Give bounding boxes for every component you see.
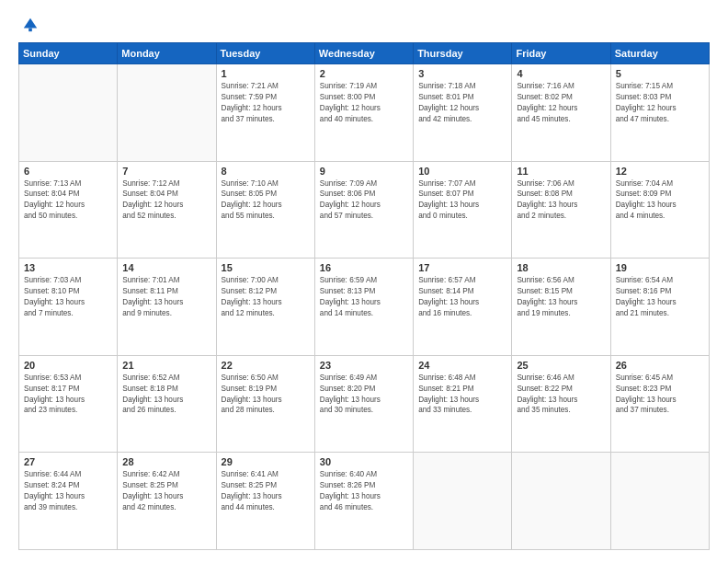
day-header-tuesday: Tuesday (216, 43, 314, 64)
day-number: 25 (517, 360, 605, 371)
calendar-cell: 26Sunrise: 6:45 AM Sunset: 8:23 PM Dayli… (610, 355, 709, 453)
page: SundayMondayTuesdayWednesdayThursdayFrid… (0, 0, 728, 563)
day-info: Sunrise: 6:50 AM Sunset: 8:19 PM Dayligh… (222, 373, 310, 417)
calendar-cell: 14Sunrise: 7:01 AM Sunset: 8:11 PM Dayli… (118, 259, 216, 356)
day-header-sunday: Sunday (19, 43, 118, 64)
calendar-cell: 5Sunrise: 7:15 AM Sunset: 8:03 PM Daylig… (610, 64, 709, 162)
calendar-cell: 28Sunrise: 6:42 AM Sunset: 8:25 PM Dayli… (118, 453, 216, 550)
day-info: Sunrise: 6:49 AM Sunset: 8:20 PM Dayligh… (320, 373, 408, 417)
day-info: Sunrise: 7:00 AM Sunset: 8:12 PM Dayligh… (222, 275, 310, 319)
calendar-cell: 30Sunrise: 6:40 AM Sunset: 8:26 PM Dayli… (314, 453, 413, 550)
calendar-cell (118, 64, 216, 162)
day-number: 15 (222, 262, 310, 273)
day-header-saturday: Saturday (610, 43, 709, 64)
day-number: 12 (616, 166, 704, 177)
svg-rect-1 (28, 29, 32, 32)
calendar-cell: 3Sunrise: 7:18 AM Sunset: 8:01 PM Daylig… (414, 64, 512, 162)
day-info: Sunrise: 6:40 AM Sunset: 8:26 PM Dayligh… (320, 469, 408, 513)
day-number: 11 (517, 166, 605, 177)
day-number: 26 (616, 360, 704, 371)
day-info: Sunrise: 7:03 AM Sunset: 8:10 PM Dayligh… (24, 275, 112, 319)
day-info: Sunrise: 7:12 AM Sunset: 8:04 PM Dayligh… (122, 178, 210, 223)
calendar-cell: 25Sunrise: 6:46 AM Sunset: 8:22 PM Dayli… (512, 355, 610, 453)
calendar-cell: 15Sunrise: 7:00 AM Sunset: 8:12 PM Dayli… (216, 259, 314, 356)
day-number: 3 (418, 68, 506, 79)
calendar-cell: 24Sunrise: 6:48 AM Sunset: 8:21 PM Dayli… (414, 355, 512, 453)
day-number: 18 (517, 262, 605, 273)
day-info: Sunrise: 6:56 AM Sunset: 8:15 PM Dayligh… (517, 275, 605, 319)
logo (18, 17, 40, 33)
day-info: Sunrise: 7:15 AM Sunset: 8:03 PM Dayligh… (616, 81, 704, 125)
day-header-wednesday: Wednesday (314, 43, 413, 64)
day-number: 7 (122, 166, 210, 177)
day-number: 6 (24, 166, 112, 177)
calendar-cell: 20Sunrise: 6:53 AM Sunset: 8:17 PM Dayli… (19, 355, 118, 453)
day-number: 29 (222, 456, 310, 467)
calendar-cell: 7Sunrise: 7:12 AM Sunset: 8:04 PM Daylig… (118, 161, 216, 259)
calendar-cell: 13Sunrise: 7:03 AM Sunset: 8:10 PM Dayli… (19, 259, 118, 356)
day-number: 22 (222, 360, 310, 371)
day-number: 13 (24, 262, 112, 273)
calendar-cell: 8Sunrise: 7:10 AM Sunset: 8:05 PM Daylig… (216, 161, 314, 259)
calendar-cell: 18Sunrise: 6:56 AM Sunset: 8:15 PM Dayli… (512, 259, 610, 356)
day-number: 5 (616, 68, 704, 79)
day-info: Sunrise: 6:42 AM Sunset: 8:25 PM Dayligh… (122, 469, 210, 513)
day-info: Sunrise: 7:13 AM Sunset: 8:04 PM Dayligh… (24, 178, 112, 223)
day-info: Sunrise: 7:10 AM Sunset: 8:05 PM Dayligh… (222, 178, 310, 223)
calendar-cell: 4Sunrise: 7:16 AM Sunset: 8:02 PM Daylig… (512, 64, 610, 162)
day-info: Sunrise: 6:45 AM Sunset: 8:23 PM Dayligh… (616, 373, 704, 417)
calendar-cell: 1Sunrise: 7:21 AM Sunset: 7:59 PM Daylig… (216, 64, 314, 162)
day-info: Sunrise: 7:07 AM Sunset: 8:07 PM Dayligh… (418, 178, 506, 223)
day-info: Sunrise: 6:44 AM Sunset: 8:24 PM Dayligh… (24, 469, 112, 513)
calendar-cell: 11Sunrise: 7:06 AM Sunset: 8:08 PM Dayli… (512, 161, 610, 259)
calendar-cell: 6Sunrise: 7:13 AM Sunset: 8:04 PM Daylig… (19, 161, 118, 259)
day-number: 24 (418, 360, 506, 371)
day-number: 20 (24, 360, 112, 371)
header (18, 17, 710, 33)
day-info: Sunrise: 7:16 AM Sunset: 8:02 PM Dayligh… (517, 81, 605, 125)
day-info: Sunrise: 6:46 AM Sunset: 8:22 PM Dayligh… (517, 373, 605, 417)
calendar-cell: 19Sunrise: 6:54 AM Sunset: 8:16 PM Dayli… (610, 259, 709, 356)
calendar-header-row: SundayMondayTuesdayWednesdayThursdayFrid… (19, 43, 710, 64)
day-info: Sunrise: 7:09 AM Sunset: 8:06 PM Dayligh… (320, 178, 408, 223)
day-info: Sunrise: 7:04 AM Sunset: 8:09 PM Dayligh… (616, 178, 704, 223)
calendar-week-row: 13Sunrise: 7:03 AM Sunset: 8:10 PM Dayli… (19, 259, 710, 356)
calendar-cell: 27Sunrise: 6:44 AM Sunset: 8:24 PM Dayli… (19, 453, 118, 550)
day-number: 2 (320, 68, 408, 79)
day-number: 10 (418, 166, 506, 177)
day-info: Sunrise: 6:41 AM Sunset: 8:25 PM Dayligh… (222, 469, 310, 513)
calendar-cell (19, 64, 118, 162)
calendar-cell (414, 453, 512, 550)
calendar-cell (610, 453, 709, 550)
calendar-cell: 12Sunrise: 7:04 AM Sunset: 8:09 PM Dayli… (610, 161, 709, 259)
svg-marker-0 (24, 18, 37, 29)
logo-icon (22, 17, 39, 33)
day-info: Sunrise: 7:06 AM Sunset: 8:08 PM Dayligh… (517, 178, 605, 223)
day-number: 9 (320, 166, 408, 177)
day-number: 30 (320, 456, 408, 467)
calendar-cell (512, 453, 610, 550)
day-header-thursday: Thursday (414, 43, 512, 64)
day-number: 8 (222, 166, 310, 177)
calendar-cell: 29Sunrise: 6:41 AM Sunset: 8:25 PM Dayli… (216, 453, 314, 550)
day-number: 28 (122, 456, 210, 467)
day-number: 1 (222, 68, 310, 79)
calendar-cell: 21Sunrise: 6:52 AM Sunset: 8:18 PM Dayli… (118, 355, 216, 453)
calendar-cell: 9Sunrise: 7:09 AM Sunset: 8:06 PM Daylig… (314, 161, 413, 259)
day-number: 21 (122, 360, 210, 371)
calendar-cell: 23Sunrise: 6:49 AM Sunset: 8:20 PM Dayli… (314, 355, 413, 453)
calendar-week-row: 20Sunrise: 6:53 AM Sunset: 8:17 PM Dayli… (19, 355, 710, 453)
day-info: Sunrise: 6:52 AM Sunset: 8:18 PM Dayligh… (122, 373, 210, 417)
day-number: 4 (517, 68, 605, 79)
calendar-cell: 17Sunrise: 6:57 AM Sunset: 8:14 PM Dayli… (414, 259, 512, 356)
day-info: Sunrise: 6:53 AM Sunset: 8:17 PM Dayligh… (24, 373, 112, 417)
day-header-monday: Monday (118, 43, 216, 64)
calendar-cell: 16Sunrise: 6:59 AM Sunset: 8:13 PM Dayli… (314, 259, 413, 356)
calendar-week-row: 27Sunrise: 6:44 AM Sunset: 8:24 PM Dayli… (19, 453, 710, 550)
day-info: Sunrise: 7:21 AM Sunset: 7:59 PM Dayligh… (222, 81, 310, 125)
calendar-table: SundayMondayTuesdayWednesdayThursdayFrid… (18, 42, 710, 550)
calendar-week-row: 6Sunrise: 7:13 AM Sunset: 8:04 PM Daylig… (19, 161, 710, 259)
day-info: Sunrise: 7:01 AM Sunset: 8:11 PM Dayligh… (122, 275, 210, 319)
day-header-friday: Friday (512, 43, 610, 64)
day-info: Sunrise: 6:57 AM Sunset: 8:14 PM Dayligh… (418, 275, 506, 319)
